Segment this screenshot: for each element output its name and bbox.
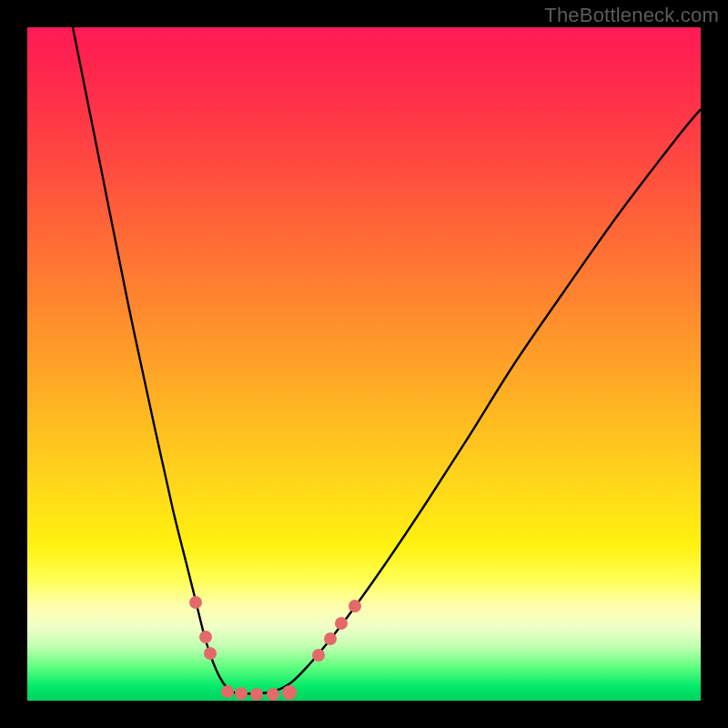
curve-marker (199, 631, 212, 643)
curve-marker (349, 600, 361, 612)
curve-marker (221, 685, 234, 698)
plot-area (27, 27, 701, 701)
curve-marker (324, 632, 337, 645)
curve-marker (312, 649, 325, 662)
curve-marker (204, 647, 217, 660)
bottleneck-curve-svg (27, 27, 701, 701)
curve-marker (235, 687, 248, 700)
watermark-text: TheBottleneck.com (544, 4, 719, 27)
curve-marker (189, 596, 202, 609)
bottleneck-curve (73, 27, 701, 693)
curve-marker (335, 617, 348, 630)
curve-marker (250, 688, 263, 701)
chart-frame: TheBottleneck.com (0, 0, 728, 728)
curve-marker (267, 688, 279, 701)
curve-marker (282, 685, 297, 700)
curve-markers (189, 596, 361, 701)
